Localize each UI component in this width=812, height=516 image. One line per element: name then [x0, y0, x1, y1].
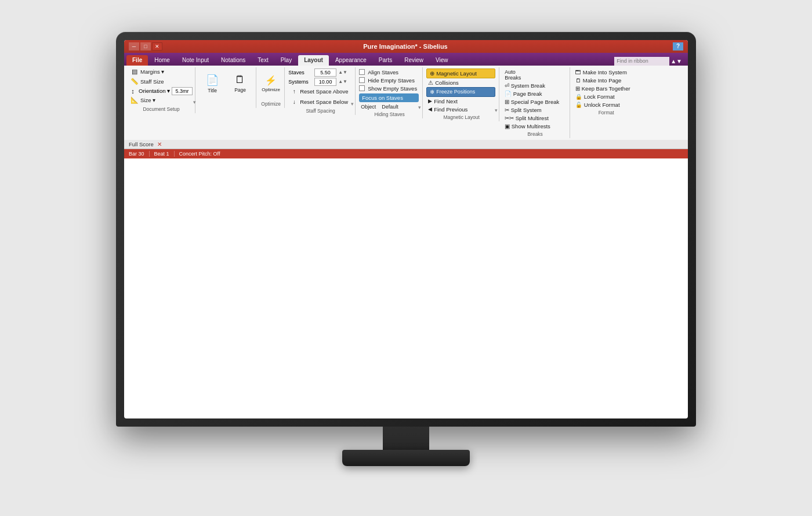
tab-file[interactable]: File — [126, 55, 148, 66]
auto-breaks-button[interactable]: AutoBreaks — [503, 68, 566, 81]
default-button[interactable]: Default — [380, 103, 400, 110]
orientation-row: ↕ Orientation ▾ — [129, 87, 193, 95]
hiding-staves-arrow[interactable]: ▾ — [418, 104, 421, 110]
margins-button[interactable]: ▤ Margins ▾ — [129, 67, 193, 77]
title-bar: ─ □ ✕ Pure Imagination* - Sibelius ? — [124, 40, 688, 53]
doc-bar: Full Score ✕ — [124, 140, 688, 149]
reset-space-above-button[interactable]: ↑ Reset Space Above — [288, 87, 351, 96]
collisions-button[interactable]: ⚠ Collisions — [426, 79, 495, 86]
status-item-2: Beat 1 — [154, 151, 169, 157]
split-multirest-button[interactable]: ✂✂ Split Multirest — [503, 114, 566, 122]
tab-appearance[interactable]: Appearance — [329, 55, 372, 66]
status-divider2 — [174, 151, 175, 157]
keep-bars-together-button[interactable]: ⊞ Keep Bars Together — [574, 85, 639, 92]
hiding-staves-label: Hiding Staves — [357, 111, 422, 117]
focus-on-staves-button[interactable]: Focus on Staves — [359, 93, 419, 102]
staves-input[interactable] — [314, 68, 336, 77]
monitor-base — [342, 450, 470, 466]
reset-space-below-button[interactable]: ↓ Reset Space Below — [288, 98, 351, 107]
format-label: Format — [571, 110, 641, 116]
tab-view[interactable]: View — [430, 55, 454, 66]
window-controls: ─ □ ✕ — [129, 42, 162, 50]
systems-arrows[interactable]: ▲▼ — [338, 79, 347, 84]
magnetic-layout-label: Magnetic Layout — [424, 114, 499, 120]
tab-note-input[interactable]: Note Input — [176, 55, 215, 66]
document-setup-label: Document Setup — [128, 106, 195, 112]
tab-layout[interactable]: Layout — [298, 55, 329, 66]
hide-empty-row: Hide Empty Staves — [359, 77, 419, 84]
show-multirests-button[interactable]: ▣ Show Multirests — [503, 122, 566, 130]
find-next-button[interactable]: ▶ Find Next — [426, 98, 495, 105]
window-title: Pure Imagination* - Sibelius — [162, 43, 648, 50]
freeze-positions-button[interactable]: ❄ Freeze Positions — [426, 87, 495, 97]
ribbon-search-area: ▲▼ — [614, 57, 686, 66]
scene: ─ □ ✕ Pure Imagination* - Sibelius ? Fil… — [0, 0, 812, 516]
size-button[interactable]: 📐 Size ▾ — [129, 96, 193, 105]
optimize-label: Optimize — [258, 101, 284, 107]
systems-input[interactable] — [314, 78, 336, 86]
doc-bar-fullscore: Full Score — [129, 141, 154, 147]
tab-home[interactable]: Home — [148, 55, 176, 66]
staves-row: Staves ▲▼ — [288, 68, 351, 77]
special-page-break-button[interactable]: ⊞ Special Page Break — [503, 98, 566, 106]
status-item-1: Bar 30 — [129, 151, 144, 157]
breaks-label: Breaks — [501, 131, 570, 137]
align-staves-check[interactable] — [359, 69, 365, 75]
page-button[interactable]: 🗒 Page — [227, 67, 253, 100]
monitor-body: ─ □ ✕ Pure Imagination* - Sibelius ? Fil… — [116, 32, 696, 427]
status-divider — [149, 151, 150, 157]
monitor: ─ □ ✕ Pure Imagination* - Sibelius ? Fil… — [102, 32, 710, 485]
tab-notations[interactable]: Notations — [215, 55, 251, 66]
make-into-page-button[interactable]: 🗒 Make Into Page — [574, 77, 639, 84]
ribbon-tabs: File Home Note Input Notations Text Play… — [124, 53, 688, 66]
show-empty-row: Show Empty Staves — [359, 85, 419, 92]
doc-setup-arrow[interactable]: ▾ — [193, 99, 196, 105]
tab-play[interactable]: Play — [275, 55, 298, 66]
optimize-button[interactable]: ⚡ Optimize — [260, 67, 282, 100]
tab-text[interactable]: Text — [252, 55, 274, 66]
status-bar: Bar 30 Beat 1 Concert Pitch: Off — [124, 149, 688, 158]
staff-spacing-arrow[interactable]: ▾ — [351, 101, 354, 107]
title-button[interactable]: 📄 Title — [199, 67, 226, 100]
doc-bar-close[interactable]: ✕ — [157, 141, 162, 147]
hide-empty-staves-button[interactable]: Hide Empty Staves — [366, 77, 416, 84]
orientation-input[interactable] — [172, 87, 193, 95]
staves-arrows[interactable]: ▲▼ — [338, 70, 347, 75]
find-previous-button[interactable]: ◀ Find Previous — [426, 106, 495, 113]
tab-review[interactable]: Review — [398, 55, 429, 66]
help-button[interactable]: ? — [673, 42, 683, 50]
align-staves-button[interactable]: Align Staves — [366, 68, 400, 76]
hide-empty-check[interactable] — [359, 77, 365, 83]
page-break-button[interactable]: 📄 Page Break — [503, 90, 566, 98]
align-staves-row: Align Staves — [359, 68, 419, 76]
monitor-neck — [383, 427, 429, 450]
mag-layout-arrow[interactable]: ▾ — [495, 107, 498, 113]
object-button[interactable]: Object — [359, 103, 378, 110]
show-empty-check[interactable] — [359, 85, 365, 91]
ribbon-content: ▤ Margins ▾ 📏 Staff Size ↕ Orientation ▾… — [124, 66, 688, 140]
close-button[interactable]: ✕ — [152, 42, 162, 50]
minimize-button[interactable]: ─ — [129, 42, 139, 50]
ribbon-search-input[interactable] — [614, 57, 669, 66]
lock-format-button[interactable]: 🔒 Lock Format — [574, 93, 639, 100]
system-break-button[interactable]: ⏎ System Break — [503, 82, 566, 89]
monitor-screen: ─ □ ✕ Pure Imagination* - Sibelius ? Fil… — [124, 40, 688, 418]
make-into-system-button[interactable]: 🗔 Make Into System — [574, 68, 639, 76]
status-item-3: Concert Pitch: Off — [179, 151, 220, 157]
unlock-format-button[interactable]: 🔓 Unlock Format — [574, 101, 639, 109]
staff-size-button[interactable]: 📏 Staff Size — [129, 77, 193, 86]
systems-row: Systems ▲▼ — [288, 78, 351, 86]
tab-parts[interactable]: Parts — [373, 55, 398, 66]
staff-spacing-label: Staff Spacing — [286, 108, 355, 114]
show-empty-staves-button[interactable]: Show Empty Staves — [366, 85, 419, 92]
split-system-button[interactable]: ✂ Split System — [503, 106, 566, 114]
magnetic-layout-button[interactable]: ⊕ Magnetic Layout — [426, 68, 495, 78]
maximize-button[interactable]: □ — [140, 42, 151, 50]
